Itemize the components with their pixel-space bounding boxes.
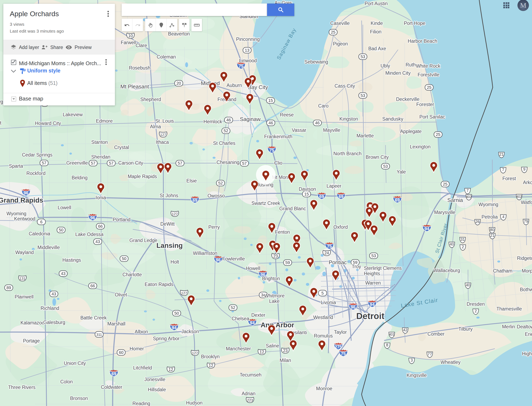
svg-text:Charlotte: Charlotte (122, 272, 142, 277)
svg-text:Port Hope: Port Hope (404, 21, 425, 26)
svg-text:Deckerville: Deckerville (396, 96, 419, 102)
svg-text:60: 60 (119, 350, 123, 355)
svg-text:Forester: Forester (416, 102, 434, 107)
svg-text:Forestville: Forestville (418, 72, 440, 77)
svg-text:Warren: Warren (365, 280, 381, 286)
svg-text:Three Rivers: Three Rivers (8, 385, 36, 390)
svg-text:69: 69 (338, 194, 343, 199)
svg-text:Pigeon: Pigeon (333, 41, 348, 46)
svg-text:Ridgetown: Ridgetown (517, 255, 532, 261)
svg-text:Beaverton: Beaverton (168, 31, 190, 36)
svg-text:Clio: Clio (274, 160, 282, 166)
svg-text:53: 53 (371, 254, 376, 258)
svg-text:75: 75 (327, 244, 332, 249)
svg-text:Plainwell: Plainwell (15, 294, 34, 299)
svg-text:Swartz Creek: Swartz Creek (251, 201, 280, 206)
svg-text:Taylor: Taylor (334, 329, 347, 335)
svg-text:Portland: Portland (113, 217, 130, 222)
svg-text:Rosebush: Rosebush (129, 65, 150, 71)
svg-text:Howard City: Howard City (35, 121, 61, 126)
svg-text:Morpeth: Morpeth (522, 268, 532, 274)
svg-text:Milan: Milan (280, 358, 291, 363)
svg-text:Reese: Reese (280, 112, 294, 117)
svg-text:12: 12 (169, 367, 173, 372)
svg-text:Marysville: Marysville (434, 210, 455, 215)
svg-text:Olivet: Olivet (115, 292, 127, 297)
svg-text:46: 46 (226, 118, 231, 122)
svg-text:Port Sanilac: Port Sanilac (419, 114, 445, 120)
svg-text:Hudson: Hudson (186, 400, 202, 406)
svg-text:50: 50 (122, 256, 126, 261)
svg-text:43: 43 (61, 271, 66, 276)
svg-text:Wallaceburg: Wallaceburg (434, 268, 460, 273)
svg-text:Kingsville: Kingsville (406, 373, 427, 378)
svg-text:Hemlock: Hemlock (203, 119, 222, 124)
svg-text:21: 21 (490, 233, 495, 238)
svg-text:Marshall: Marshall (107, 321, 126, 326)
svg-text:25: 25 (331, 30, 335, 35)
svg-text:25: 25 (443, 182, 447, 186)
svg-text:94: 94 (250, 320, 255, 325)
svg-text:127: 127 (181, 291, 187, 295)
svg-text:Galesburg: Galesburg (43, 320, 65, 325)
svg-text:St Johns: St Johns (160, 193, 178, 198)
svg-text:4: 4 (502, 215, 505, 219)
svg-text:Yale: Yale (397, 169, 406, 174)
svg-text:131: 131 (20, 277, 25, 281)
svg-text:12: 12 (209, 363, 213, 368)
svg-text:Alma: Alma (150, 124, 161, 129)
svg-text:Chatham: Chatham (493, 268, 512, 274)
svg-text:Homer: Homer (129, 346, 144, 351)
svg-text:Grant: Grant (0, 120, 1, 126)
svg-text:Edmore: Edmore (96, 118, 113, 124)
svg-text:10: 10 (128, 33, 133, 38)
svg-text:Bothwell: Bothwell (520, 287, 532, 292)
svg-text:79: 79 (524, 219, 528, 224)
svg-text:Kentwood: Kentwood (14, 216, 35, 221)
svg-text:52: 52 (224, 129, 228, 133)
svg-text:Shepherd: Shepherd (140, 97, 161, 102)
svg-text:Eaton Rapids: Eaton Rapids (145, 282, 173, 287)
svg-text:Heights: Heights (364, 271, 380, 276)
svg-text:Belding: Belding (72, 175, 88, 180)
svg-text:Comber: Comber (427, 331, 444, 337)
svg-text:Crystal: Crystal (114, 145, 129, 150)
svg-text:Davison: Davison (299, 186, 316, 192)
svg-text:2: 2 (475, 309, 477, 313)
svg-text:75: 75 (341, 351, 346, 356)
svg-text:Chelsea: Chelsea (232, 316, 249, 321)
svg-text:Reading: Reading (132, 401, 150, 406)
svg-text:7: 7 (502, 167, 504, 172)
svg-text:Auburn: Auburn (226, 83, 242, 88)
svg-text:Lansing: Lansing (157, 242, 183, 249)
svg-text:Coldwater: Coldwater (101, 384, 122, 390)
svg-text:Cedar Springs: Cedar Springs (22, 152, 52, 158)
svg-text:Lakeview: Lakeview (63, 112, 83, 117)
svg-text:Applegate: Applegate (400, 129, 422, 134)
svg-text:Marlette: Marlette (356, 133, 374, 138)
svg-text:Highgate: Highgate (522, 351, 532, 356)
svg-text:53: 53 (360, 54, 365, 59)
svg-text:Battle Creek: Battle Creek (80, 315, 107, 320)
svg-text:Hillsdale: Hillsdale (148, 387, 166, 392)
svg-text:94: 94 (424, 226, 429, 231)
svg-text:23: 23 (273, 254, 278, 258)
svg-text:Ithaca: Ithaca (156, 139, 169, 145)
svg-text:77: 77 (427, 352, 432, 356)
svg-text:St. Louis: St. Louis (155, 118, 174, 124)
svg-text:Wyoming: Wyoming (478, 202, 498, 207)
svg-text:43: 43 (95, 239, 100, 244)
svg-text:53: 53 (360, 93, 365, 98)
svg-text:25: 25 (436, 132, 440, 137)
svg-text:42: 42 (403, 328, 407, 332)
svg-text:59: 59 (285, 260, 290, 265)
svg-text:Sterling: Sterling (364, 266, 380, 271)
svg-text:Filion: Filion (370, 29, 382, 35)
svg-text:Minden City: Minden City (385, 70, 411, 76)
svg-text:Carson City: Carson City (118, 160, 143, 166)
svg-text:57: 57 (42, 161, 46, 165)
svg-text:6: 6 (40, 220, 42, 224)
svg-text:Bronson: Bronson (70, 396, 88, 401)
svg-text:Wyoming: Wyoming (7, 211, 26, 216)
svg-text:402: 402 (466, 195, 472, 199)
